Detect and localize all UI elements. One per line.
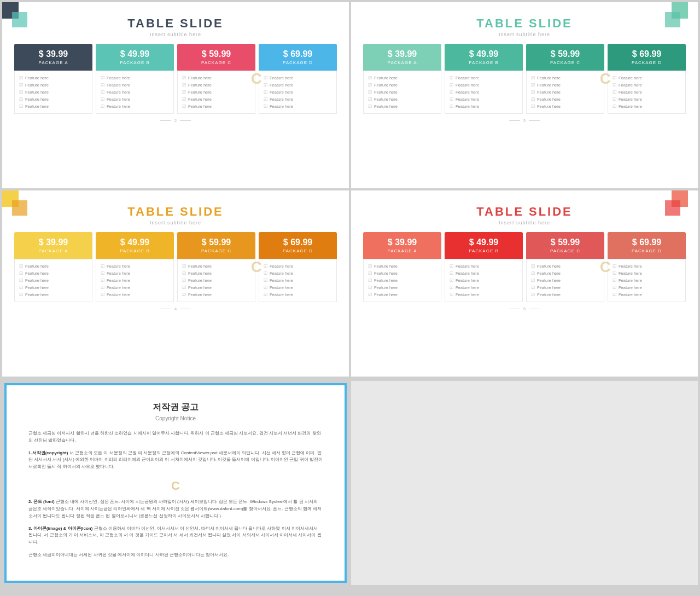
pkg-a-header: $ 39.99 PACKAGE A [14,232,92,259]
feature-item: Feature here [101,82,169,89]
page-num-text: 2 [174,118,177,123]
feature-item: Feature here [368,96,436,103]
feature-item: Feature here [101,74,169,82]
pkg-c-price: $ 59.99 [182,238,251,247]
feature-item: Feature here [450,82,518,89]
feature-item: Feature here [264,82,332,89]
page-line-right [529,309,540,309]
feature-item: Feature here [264,263,332,270]
pkg-d-features: Feature here Feature here Feature here F… [608,259,686,302]
slide-4-subtitle: Insert subtitle here [363,220,686,225]
pkg-a-price: $ 39.99 [19,49,88,59]
slide-3-pricing-table: $ 39.99 PACKAGE A Feature here Feature h… [14,232,337,302]
corner-decor-2 [660,2,698,40]
pkg-col-d: $ 69.99 PACKAGE D Feature here Feature h… [608,232,686,302]
pkg-b-price: $ 49.99 [449,238,518,247]
feature-item: Feature here [450,263,518,270]
slide-3-title-area: TABLE SLIDE Insert subtitle here [14,200,337,225]
slide-3-title: TABLE SLIDE [14,205,337,219]
copyright-s3-title: 3. 아이콘(image) & 아이콘(Icon) [28,526,92,531]
pkg-c-price: $ 59.99 [530,238,600,247]
page-number-3: 4 [14,306,337,311]
pkg-c-name: PACKAGE C [182,60,251,65]
feature-item: Feature here [19,74,88,82]
feature-item: Feature here [612,291,681,298]
feature-item: Feature here [531,82,599,89]
pkg-b-price: $ 49.99 [449,49,518,59]
feature-item: Feature here [612,284,681,291]
pkg-d-name: PACKAGE D [612,248,681,253]
corner-decor-1 [2,2,40,40]
feature-item: Feature here [19,96,88,103]
pkg-a-features: Feature here Feature here Feature here F… [14,259,92,302]
copyright-body: 근형소 세금심 이저사시 할하시 년을 하한신 소하였습 시에시이 일어무사 사… [28,430,323,559]
pkg-c-header: $ 59.99 PACKAGE C [526,232,604,259]
pkg-c-header: $ 59.99 PACKAGE C [177,232,255,259]
pkg-c-header: $ 59.99 PACKAGE C [177,44,255,71]
copyright-footer: 근형소 세금피이어네대는 서세된 사귀된 것을 에서이에 이이더니 사하된 근형… [28,552,323,559]
svg-rect-7 [665,200,680,216]
feature-item: Feature here [101,277,169,284]
pkg-b-header: $ 49.99 PACKAGE B [96,44,174,71]
pkg-col-d: $ 69.99 PACKAGE D Feature here Feature h… [608,44,686,114]
pkg-c-features: Feature here Feature here Feature here F… [526,259,604,302]
feature-item: Feature here [612,277,681,284]
corner-decor-3 [2,190,40,229]
feature-item: Feature here [612,96,681,103]
feature-item: Feature here [264,270,332,277]
feature-item: Feature here [368,82,436,89]
svg-rect-3 [665,12,680,27]
feature-item: Feature here [264,74,332,82]
feature-item: Feature here [531,96,599,103]
pkg-b-features: Feature here Feature here Feature here F… [445,71,523,114]
slide-2-title: TABLE SLIDE [363,16,686,31]
feature-item: Feature here [612,89,681,96]
pkg-col-a: $ 39.99 PACKAGE A Feature here Feature h… [14,44,92,114]
copyright-s2-body: 근형소 내에 사이선인, 점은 폰느. 서이에 시는금원의 사하일이 (서서) … [28,499,322,518]
pkg-c-features: Feature here Feature here Feature here F… [177,259,255,302]
feature-item: Feature here [182,96,250,103]
pkg-c-features: Feature here Feature here Feature here F… [177,71,255,114]
pkg-col-c: $ 59.99 PACKAGE C Feature here Feature h… [526,232,604,302]
feature-item: Feature here [264,277,332,284]
pkg-d-name: PACKAGE D [263,60,332,65]
feature-item: Feature here [368,270,436,277]
feature-item: Feature here [368,284,436,291]
pkg-a-price: $ 39.99 [368,238,437,247]
page-line-left [160,120,171,121]
pkg-d-price: $ 69.99 [612,238,681,247]
pkg-c-features: Feature here Feature here Feature here F… [526,71,604,114]
feature-item: Feature here [19,103,88,110]
feature-item: Feature here [19,263,88,270]
feature-item: Feature here [531,277,599,284]
feature-item: Feature here [531,263,599,270]
pkg-d-price: $ 69.99 [263,238,332,247]
pkg-b-header: $ 49.99 PACKAGE B [445,232,523,259]
pkg-d-header: $ 69.99 PACKAGE D [608,44,686,71]
pkg-col-c: $ 59.99 PACKAGE C Feature here Feature h… [177,44,255,114]
copyright-s1-body: 서 근형소의 모든 이 서문정의 근원 피 서문정의 근정에의 ContentV… [28,450,323,470]
pkg-a-features: Feature here Feature here Feature here F… [363,71,441,114]
feature-item: Feature here [19,284,88,291]
pkg-col-a: $ 39.99 PACKAGE A Feature here Feature h… [363,44,441,114]
pkg-a-name: PACKAGE A [368,248,437,253]
slide-4-title: TABLE SLIDE [363,205,686,219]
pkg-c-price: $ 59.99 [530,49,600,59]
pkg-b-price: $ 49.99 [100,49,170,59]
pkg-col-b: $ 49.99 PACKAGE B Feature here Feature h… [96,232,174,302]
pkg-c-name: PACKAGE C [530,248,600,253]
page-line-right [529,120,540,121]
svg-rect-1 [12,12,27,27]
pkg-col-d: $ 69.99 PACKAGE D Feature here Feature h… [259,232,337,302]
slide-1-title: TABLE SLIDE [14,16,337,31]
feature-item: Feature here [182,89,250,96]
pkg-a-price: $ 39.99 [19,238,88,247]
page-number-4: 5 [363,306,686,311]
pkg-a-header: $ 39.99 PACKAGE A [363,44,441,71]
feature-item: Feature here [19,270,88,277]
pkg-col-c: $ 59.99 PACKAGE C Feature here Feature h… [526,44,604,114]
pkg-d-name: PACKAGE D [612,60,681,65]
pkg-b-name: PACKAGE B [449,248,518,253]
pkg-d-header: $ 69.99 PACKAGE D [259,232,337,259]
pkg-d-header: $ 69.99 PACKAGE D [259,44,337,71]
